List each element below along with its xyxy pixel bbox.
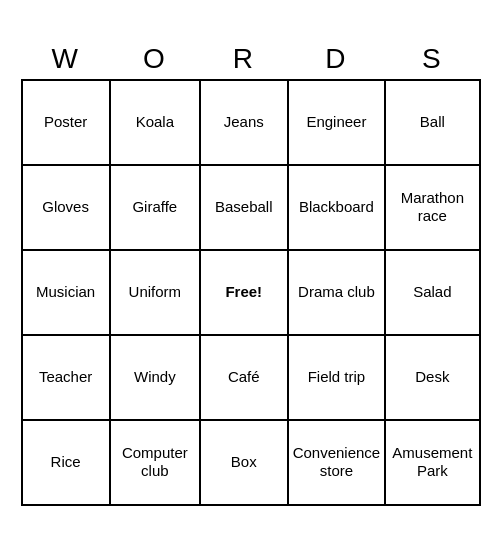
bingo-cell: Salad xyxy=(385,250,479,335)
bingo-cell: Rice xyxy=(22,420,110,505)
bingo-body: PosterKoalaJeansEngineerBallGlovesGiraff… xyxy=(22,80,480,505)
bingo-cell: Baseball xyxy=(200,165,288,250)
bingo-cell: Marathon race xyxy=(385,165,479,250)
bingo-cell: Giraffe xyxy=(110,165,200,250)
bingo-cell: Gloves xyxy=(22,165,110,250)
bingo-cell: Engineer xyxy=(288,80,386,165)
bingo-cell: Ball xyxy=(385,80,479,165)
bingo-cell: Free! xyxy=(200,250,288,335)
bingo-cell: Uniform xyxy=(110,250,200,335)
table-row: GlovesGiraffeBaseballBlackboardMarathon … xyxy=(22,165,480,250)
table-row: PosterKoalaJeansEngineerBall xyxy=(22,80,480,165)
bingo-cell: Blackboard xyxy=(288,165,386,250)
bingo-cell: Poster xyxy=(22,80,110,165)
bingo-cell: Café xyxy=(200,335,288,420)
bingo-cell: Windy xyxy=(110,335,200,420)
bingo-table: W O R D S PosterKoalaJeansEngineerBallGl… xyxy=(21,39,481,506)
table-row: TeacherWindyCaféField tripDesk xyxy=(22,335,480,420)
table-row: RiceComputer clubBoxConvenience storeAmu… xyxy=(22,420,480,505)
bingo-cell: Field trip xyxy=(288,335,386,420)
bingo-cell: Amusement Park xyxy=(385,420,479,505)
header-o: O xyxy=(110,39,200,80)
bingo-cell: Koala xyxy=(110,80,200,165)
header-w: W xyxy=(22,39,110,80)
bingo-cell: Musician xyxy=(22,250,110,335)
bingo-cell: Convenience store xyxy=(288,420,386,505)
header-s: S xyxy=(385,39,479,80)
header-d: D xyxy=(288,39,386,80)
bingo-cell: Computer club xyxy=(110,420,200,505)
bingo-card: W O R D S PosterKoalaJeansEngineerBallGl… xyxy=(11,29,491,516)
bingo-cell: Desk xyxy=(385,335,479,420)
bingo-cell: Drama club xyxy=(288,250,386,335)
bingo-cell: Teacher xyxy=(22,335,110,420)
table-row: MusicianUniformFree!Drama clubSalad xyxy=(22,250,480,335)
bingo-cell: Box xyxy=(200,420,288,505)
header-r: R xyxy=(200,39,288,80)
bingo-cell: Jeans xyxy=(200,80,288,165)
header-row: W O R D S xyxy=(22,39,480,80)
